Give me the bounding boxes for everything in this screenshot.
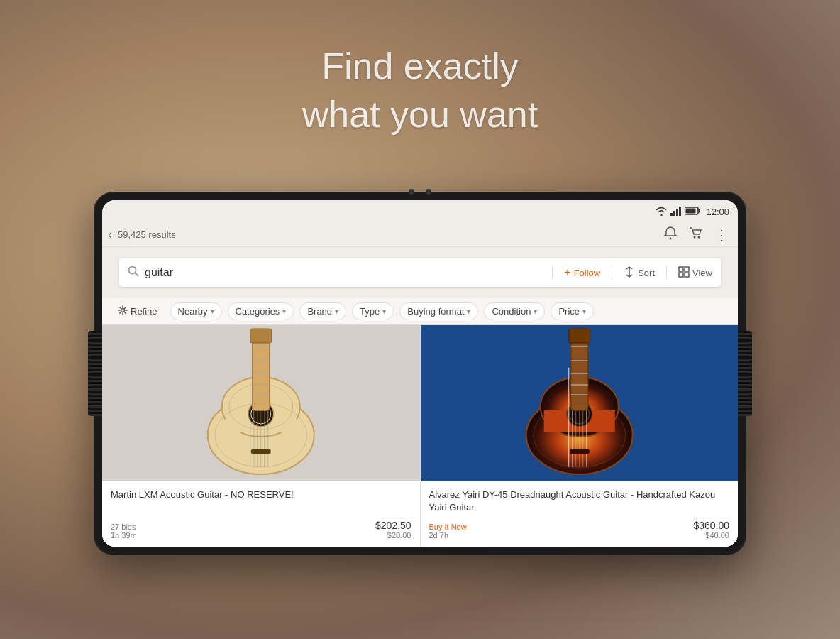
- svg-rect-49: [570, 332, 587, 410]
- filter-type[interactable]: Type ▾: [352, 302, 394, 320]
- svg-rect-1: [673, 211, 675, 216]
- buy-it-now-2: Buy It Now: [429, 523, 467, 531]
- filter-brand[interactable]: Brand ▾: [299, 302, 346, 320]
- refine-button[interactable]: Refine: [111, 302, 165, 320]
- hero-line2: what you want: [302, 94, 538, 135]
- product-title-1: Martin LXM Acoustic Guitar - NO RESERVE!: [111, 488, 411, 514]
- cart-icon[interactable]: [689, 226, 703, 244]
- product-image-2: [421, 325, 739, 481]
- search-bar[interactable]: guitar + Follow: [119, 258, 721, 287]
- filter-price[interactable]: Price ▾: [551, 302, 594, 320]
- svg-rect-55: [568, 329, 590, 343]
- sort-icon: [624, 266, 635, 280]
- product-title-2: Alvarez Yairi DY-45 Dreadnaught Acoustic…: [429, 488, 730, 514]
- more-menu-icon[interactable]: ⋮: [714, 226, 729, 244]
- chevron-type: ▾: [382, 307, 386, 315]
- chevron-buying: ▾: [467, 307, 470, 315]
- filter-buying-format[interactable]: Buying format ▾: [399, 302, 478, 320]
- plus-icon: +: [564, 266, 570, 279]
- product-card-1[interactable]: Martin LXM Acoustic Guitar - NO RESERVE!…: [102, 325, 420, 547]
- svg-point-7: [670, 238, 672, 240]
- svg-rect-13: [685, 267, 689, 271]
- svg-rect-5: [686, 209, 696, 214]
- search-actions: + Follow Sort: [549, 266, 712, 280]
- price-main-1: $202.50: [375, 520, 411, 531]
- product-meta-2: Buy It Now 2d 7h $360.00 $40.00: [429, 520, 730, 540]
- sort-label: Sort: [638, 268, 655, 278]
- product-info-1: Martin LXM Acoustic Guitar - NO RESERVE!…: [102, 481, 420, 547]
- sort-button[interactable]: Sort: [624, 266, 655, 280]
- price-sub-1: $20.00: [375, 531, 411, 540]
- product-time-2: 2d 7h: [429, 531, 467, 540]
- svg-rect-12: [679, 267, 683, 271]
- svg-rect-6: [699, 209, 700, 213]
- svg-rect-15: [685, 273, 689, 277]
- signal-icon: [670, 206, 682, 217]
- header-icons: ⋮: [663, 226, 729, 244]
- svg-point-16: [121, 309, 125, 312]
- chevron-condition: ▾: [534, 307, 537, 315]
- svg-line-11: [136, 273, 138, 276]
- camera-dot-right: [426, 189, 431, 195]
- follow-label: Follow: [574, 268, 601, 278]
- follow-button[interactable]: + Follow: [564, 266, 600, 279]
- hero-section: Find exactly what you want: [0, 43, 840, 138]
- filter-nearby[interactable]: Nearby ▾: [170, 302, 222, 320]
- filter-nearby-label: Nearby: [178, 306, 208, 317]
- results-section: ‹ 59,425 results: [108, 227, 176, 242]
- gear-icon: [118, 305, 128, 317]
- svg-point-9: [698, 236, 700, 239]
- status-icons: 12:00: [655, 206, 729, 217]
- tablet-wrapper: 12:00 ‹ 59,425 results: [94, 192, 746, 555]
- camera-dot-left: [409, 189, 414, 195]
- svg-rect-2: [676, 209, 678, 216]
- products-grid: Martin LXM Acoustic Guitar - NO RESERVE!…: [102, 325, 738, 547]
- back-arrow[interactable]: ‹: [108, 227, 112, 242]
- price-sub-2: $40.00: [693, 531, 729, 540]
- search-bar-container: guitar + Follow: [102, 247, 738, 298]
- product-info-2: Alvarez Yairi DY-45 Dreadnaught Acoustic…: [421, 481, 739, 547]
- time-display: 12:00: [706, 207, 729, 217]
- filter-bar: Refine Nearby ▾ Categories ▾ Brand ▾ Typ…: [102, 298, 738, 325]
- product-bids-1: 27 bids: [111, 523, 137, 531]
- battery-icon: [685, 207, 700, 217]
- svg-rect-56: [569, 449, 589, 454]
- product-meta-1: 27 bids 1h 39m $202.50 $20.00: [111, 520, 411, 540]
- product-card-2[interactable]: Alvarez Yairi DY-45 Dreadnaught Acoustic…: [421, 325, 739, 547]
- svg-rect-14: [679, 273, 683, 277]
- tablet-screen: 12:00 ‹ 59,425 results: [102, 200, 738, 547]
- wifi-icon: [655, 206, 668, 217]
- svg-rect-34: [250, 329, 272, 343]
- search-icon: [128, 266, 139, 280]
- filter-price-label: Price: [558, 306, 580, 317]
- price-main-2: $360.00: [693, 520, 729, 531]
- filter-categories-label: Categories: [236, 306, 280, 317]
- chevron-brand: ▾: [335, 307, 338, 315]
- divider-2: [612, 266, 612, 280]
- refine-label: Refine: [131, 306, 158, 317]
- filter-condition-label: Condition: [492, 306, 531, 317]
- svg-rect-0: [670, 213, 673, 216]
- filter-buying-format-label: Buying format: [407, 306, 464, 317]
- filter-type-label: Type: [360, 306, 380, 317]
- app-header: ‹ 59,425 results: [102, 223, 738, 247]
- svg-point-8: [694, 236, 696, 239]
- filter-condition[interactable]: Condition ▾: [484, 302, 545, 320]
- view-label: View: [692, 268, 712, 278]
- svg-rect-3: [679, 207, 681, 216]
- results-count-text: 59,425 results: [118, 229, 176, 240]
- view-button[interactable]: View: [678, 266, 712, 280]
- divider-3: [666, 266, 667, 280]
- chevron-nearby: ▾: [211, 307, 214, 315]
- divider-1: [552, 266, 553, 280]
- camera-bar: [409, 189, 431, 195]
- product-time-1: 1h 39m: [111, 531, 137, 540]
- notification-icon[interactable]: [663, 226, 678, 244]
- filter-categories[interactable]: Categories ▾: [228, 302, 294, 320]
- search-query[interactable]: guitar: [145, 266, 549, 279]
- filter-brand-label: Brand: [307, 306, 332, 317]
- svg-rect-28: [253, 332, 270, 410]
- product-price-2: $360.00 $40.00: [693, 520, 729, 540]
- product-image-1: [102, 325, 420, 481]
- grid-view-icon: [678, 266, 690, 280]
